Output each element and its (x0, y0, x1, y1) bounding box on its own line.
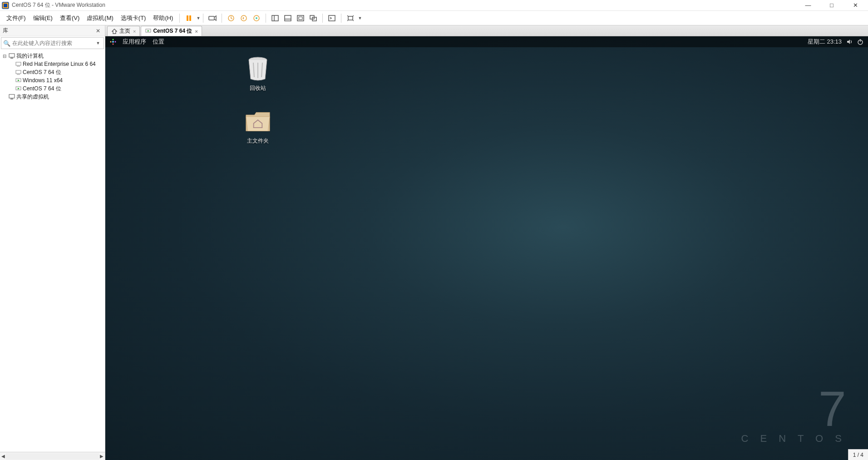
svg-rect-11 (285, 15, 291, 21)
vmware-app-icon (2, 2, 9, 9)
tab-home[interactable]: 主页 × (107, 26, 140, 36)
stretch-dropdown-icon[interactable]: ▼ (358, 16, 362, 20)
search-dropdown-icon[interactable]: ▼ (94, 41, 102, 45)
tree-node-vm[interactable]: CentOS 7 64 位 (0, 68, 105, 76)
svg-rect-23 (16, 70, 21, 74)
menu-help[interactable]: 帮助(H) (149, 12, 177, 24)
tree-node-shared[interactable]: 共享的虚拟机 (0, 93, 105, 101)
pause-button[interactable] (182, 12, 195, 25)
tab-close-icon[interactable]: × (195, 29, 197, 34)
guest-desktop[interactable]: 应用程序 位置 星期二 23:13 (105, 36, 868, 460)
show-library-button[interactable] (269, 12, 281, 25)
menu-tabs[interactable]: 选项卡(T) (117, 12, 150, 24)
menu-view[interactable]: 查看(V) (56, 12, 83, 24)
sidebar-search[interactable]: 🔍 ▼ (1, 37, 104, 49)
main-area: 主页 × CentOS 7 64 位 × 应用程序 位置 星期 (105, 25, 868, 460)
home-folder-icon (245, 109, 271, 134)
tree-node-vm[interactable]: Windows 11 x64 (0, 76, 105, 84)
snapshot-manager-button[interactable] (250, 12, 263, 25)
trash-icon (245, 56, 271, 82)
svg-rect-13 (297, 15, 304, 21)
svg-rect-19 (9, 54, 15, 57)
power-dropdown-icon[interactable]: ▼ (196, 16, 200, 20)
scroll-left-icon[interactable]: ◀ (1, 454, 5, 459)
vm-icon (15, 69, 22, 75)
svg-point-34 (110, 41, 112, 43)
svg-point-35 (115, 41, 116, 43)
brand-version: 7 (741, 386, 846, 431)
tree-label: CentOS 7 64 位 (23, 85, 61, 93)
tab-label: CentOS 7 64 位 (153, 27, 192, 35)
desktop-icon-trash[interactable]: 回收站 (235, 56, 281, 92)
home-icon (111, 28, 118, 35)
page-indicator: 1 / 4 (853, 452, 863, 458)
computer-icon (8, 94, 15, 100)
desktop-icon-label: 回收站 (235, 84, 281, 92)
menu-vm[interactable]: 虚拟机(M) (83, 12, 117, 24)
svg-rect-21 (16, 62, 21, 65)
activities-icon[interactable] (110, 39, 116, 45)
tree-label: Windows 11 x64 (23, 77, 63, 84)
fullscreen-button[interactable] (294, 12, 307, 25)
gnome-top-bar: 应用程序 位置 星期二 23:13 (105, 36, 868, 47)
gnome-applications[interactable]: 应用程序 (123, 38, 146, 46)
toolbar-separator (341, 14, 341, 23)
snapshot-take-button[interactable] (225, 12, 237, 25)
search-input[interactable] (12, 40, 94, 46)
centos-branding: 7 C E N T O S (741, 386, 846, 445)
svg-rect-29 (9, 94, 15, 98)
scroll-track[interactable] (6, 453, 99, 460)
tree-node-vm[interactable]: CentOS 7 64 位 (0, 84, 105, 93)
menu-file[interactable]: 文件(F) (3, 12, 30, 24)
svg-rect-2 (187, 15, 188, 21)
svg-rect-9 (272, 15, 278, 21)
gnome-clock[interactable]: 星期二 23:13 (808, 38, 842, 46)
tree-node-my-computer[interactable]: ⊟ 我的计算机 (0, 52, 105, 60)
svg-point-33 (112, 41, 114, 43)
vm-running-icon (15, 77, 22, 84)
svg-rect-18 (348, 16, 353, 20)
svg-rect-4 (209, 16, 214, 20)
brand-name: C E N T O S (741, 433, 846, 445)
tab-label: 主页 (119, 27, 130, 35)
gnome-places[interactable]: 位置 (153, 38, 164, 46)
scroll-right-icon[interactable]: ▶ (100, 454, 104, 459)
menu-edit[interactable]: 编辑(E) (30, 12, 56, 24)
tab-centos[interactable]: CentOS 7 64 位 × (141, 26, 202, 36)
minimize-button[interactable]: — (802, 2, 814, 9)
close-button[interactable]: ✕ (849, 2, 862, 9)
send-ctrl-alt-del-button[interactable] (206, 12, 219, 25)
volume-icon[interactable] (846, 39, 853, 45)
sidebar-header: 库 ✕ (0, 25, 105, 36)
menubar: 文件(F) 编辑(E) 查看(V) 虚拟机(M) 选项卡(T) 帮助(H) ▼ … (0, 11, 868, 25)
console-button[interactable] (326, 12, 338, 25)
unity-button[interactable] (307, 12, 320, 25)
library-sidebar: 库 ✕ 🔍 ▼ ⊟ 我的计算机 Red Hat Enterprise Linux… (0, 25, 105, 460)
toolbar-separator (222, 14, 222, 23)
tab-close-icon[interactable]: × (133, 29, 136, 34)
maximize-button[interactable]: □ (825, 2, 838, 9)
vm-running-icon (145, 28, 151, 35)
tree-node-vm[interactable]: Red Hat Enterprise Linux 6 64 (0, 60, 105, 68)
sidebar-close-button[interactable]: ✕ (94, 28, 102, 34)
toolbar-separator (203, 14, 203, 23)
stretch-button[interactable] (344, 12, 357, 25)
desktop-icon-home[interactable]: 主文件夹 (235, 109, 281, 145)
svg-rect-3 (189, 15, 191, 21)
collapse-icon[interactable]: ⊟ (3, 54, 8, 59)
computer-icon (8, 53, 15, 59)
toolbar-separator (179, 14, 180, 23)
snapshot-revert-button[interactable] (237, 12, 250, 25)
thumbnail-bar-button[interactable] (281, 12, 294, 25)
toolbar-separator (266, 14, 266, 23)
tree-label: Red Hat Enterprise Linux 6 64 (23, 61, 96, 67)
window-title: CentOS 7 64 位 - VMware Workstation (12, 1, 802, 9)
power-icon[interactable] (857, 39, 863, 45)
desktop-icon-label: 主文件夹 (235, 137, 281, 145)
window-titlebar: CentOS 7 64 位 - VMware Workstation — □ ✕ (0, 0, 868, 11)
sidebar-hscroll[interactable]: ◀ ▶ (0, 452, 105, 460)
vm-tree: ⊟ 我的计算机 Red Hat Enterprise Linux 6 64 Ce… (0, 50, 105, 452)
tree-label: CentOS 7 64 位 (23, 69, 61, 76)
vm-icon (15, 61, 22, 67)
status-bar: 1 / 4 (848, 449, 868, 460)
